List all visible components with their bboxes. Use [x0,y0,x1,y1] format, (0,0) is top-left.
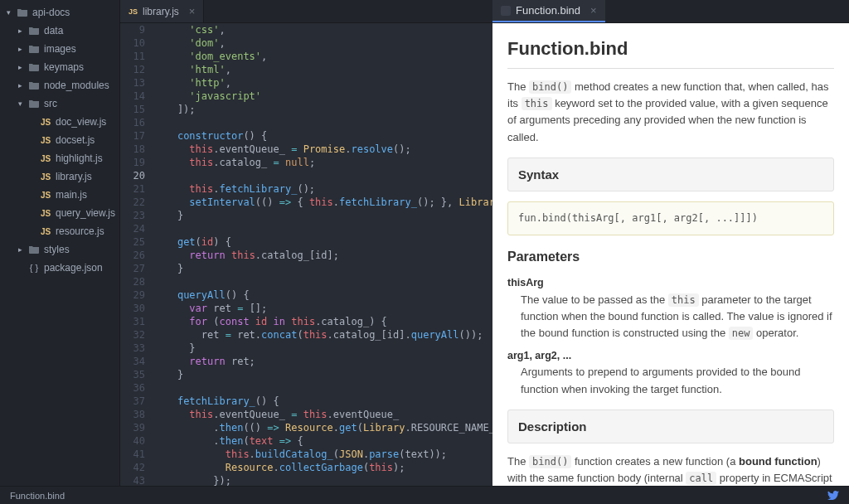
js-file-icon: JS [129,7,138,16]
tree-folder-data[interactable]: ▸data [0,22,119,40]
js-file-icon: JS [40,136,51,145]
doc-title: Function.bind [507,35,834,69]
js-file-icon: JS [40,191,51,200]
tree-folder-keymaps[interactable]: ▸keymaps [0,58,119,76]
tree-file-highlight-js[interactable]: JShighlight.js [0,149,119,167]
folder-icon [28,63,40,71]
doc-icon [501,6,511,16]
tree-file-doc_view-js[interactable]: JSdoc_view.js [0,113,119,131]
folder-label: src [44,98,57,109]
folder-label: api-docs [32,7,70,18]
parameters-heading: Parameters [507,247,834,268]
folder-label: styles [44,244,70,255]
file-label: resource.js [56,225,104,237]
folder-label: node_modules [44,80,109,91]
description-body: The bind() function creates a new functi… [507,453,834,486]
description-heading: Description [507,410,834,443]
tree-root[interactable]: ▾ api-docs [0,3,119,22]
tree-file-resource-js[interactable]: JSresource.js [0,222,119,240]
syntax-heading: Syntax [507,158,834,191]
file-label: library.js [56,171,92,182]
folder-icon [17,8,28,17]
tab-function-bind[interactable]: Function.bind × [492,0,605,22]
json-file-icon: { } [28,263,40,273]
folder-icon [28,27,40,35]
tree-folder-node_modules[interactable]: ▸node_modules [0,76,119,94]
doc-body[interactable]: Function.bind The bind() method creates … [492,23,849,486]
folder-label: data [44,25,63,36]
chevron-icon: ▸ [18,45,28,53]
tree-file-library-js[interactable]: JSlibrary.js [0,167,119,186]
tab-library-js[interactable]: JS library.js × [120,0,204,22]
tree-file-main-js[interactable]: JSmain.js [0,186,119,204]
tree-file-query_view-js[interactable]: JSquery_view.js [0,204,119,222]
js-file-icon: JS [40,118,51,127]
status-right-icon[interactable] [827,490,839,502]
tree-file-docset-js[interactable]: JSdocset.js [0,131,119,149]
chevron-down-icon: ▾ [7,8,17,17]
tree-folder-styles[interactable]: ▸styles [0,240,119,259]
tab-label: library.js [143,6,179,17]
tree-folder-src[interactable]: ▾src [0,94,119,113]
js-file-icon: JS [40,154,51,163]
file-tree-sidebar[interactable]: ▾ api-docs ▸data▸images▸keymaps▸node_mod… [0,0,120,486]
folder-icon [28,81,40,90]
documentation-pane: Function.bind × Function.bind The bind()… [492,0,849,486]
status-bar: Function.bind [0,486,849,504]
doc-tab-bar: Function.bind × [492,0,849,23]
folder-label: images [44,43,76,55]
doc-intro: The bind() method creates a new function… [507,79,834,146]
file-label: package.json [44,262,103,274]
folder-icon [28,99,40,108]
syntax-code: fun.bind(thisArg[, arg1[, arg2[, ...]]]) [507,201,834,235]
folder-label: keymaps [44,61,84,73]
tree-file-package-json[interactable]: { }package.json [0,259,119,277]
editor-pane: JS library.js × 910111213141516171819202… [120,0,492,486]
chevron-icon: ▸ [18,245,28,254]
close-icon[interactable]: × [189,5,196,17]
parameters-list: thisArg The value to be passed as the th… [507,275,834,397]
file-label: doc_view.js [56,116,106,128]
close-icon[interactable]: × [590,4,597,17]
file-label: docset.js [56,134,95,146]
folder-icon [28,245,40,254]
file-label: main.js [56,189,87,201]
js-file-icon: JS [40,227,51,236]
js-file-icon: JS [40,172,51,182]
folder-icon [28,45,40,53]
status-left: Function.bind [10,491,65,501]
chevron-icon: ▸ [18,63,28,71]
file-label: highlight.js [56,153,103,164]
file-label: query_view.js [56,207,115,219]
editor-tab-bar: JS library.js × [120,0,492,23]
js-file-icon: JS [40,209,51,218]
tree-folder-images[interactable]: ▸images [0,40,119,58]
tab-label: Function.bind [516,4,580,17]
chevron-icon: ▸ [18,27,28,35]
chevron-icon: ▾ [18,99,28,108]
code-editor[interactable]: 9101112131415161718192021222324252627282… [120,23,492,486]
chevron-icon: ▸ [18,81,28,90]
